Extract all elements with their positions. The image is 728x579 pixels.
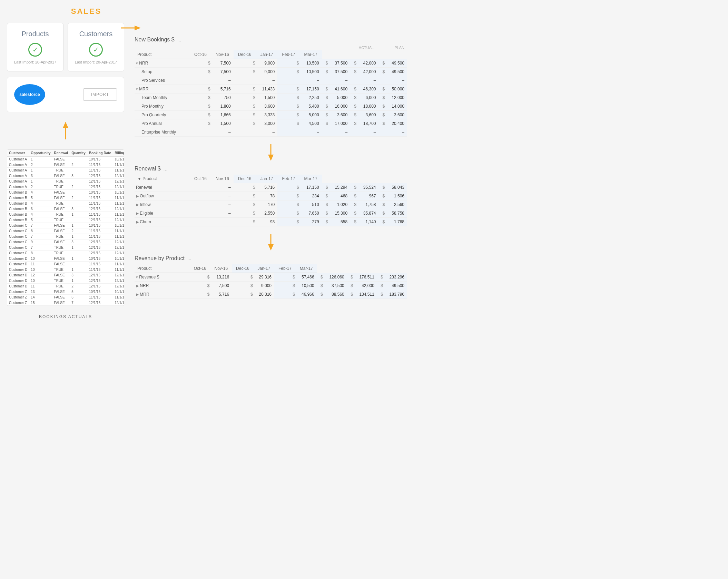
csv-row: Customer C7TRUE111/1/1611/1/1611/1/16 bbox=[7, 234, 124, 239]
data-value: – bbox=[357, 128, 379, 137]
csv-row: Customer D10FALSE110/1/1610/1/1610/1/16 bbox=[7, 256, 124, 262]
dollar-sign: $ bbox=[234, 183, 256, 192]
csv-cell: Customer B bbox=[7, 195, 29, 201]
dollar-sign: $ bbox=[378, 68, 385, 76]
csv-row: Customer A1FALSE10/1/1610/1/1610/1/16 bbox=[7, 157, 124, 162]
csv-cell: FALSE bbox=[52, 190, 70, 195]
row-label: ▶ MRR bbox=[135, 290, 190, 299]
csv-col-renewal: Renewal bbox=[52, 150, 70, 157]
csv-cell: 11/1/16 bbox=[87, 168, 113, 173]
data-value: 5,716 bbox=[210, 290, 232, 299]
data-value: 35,524 bbox=[357, 183, 379, 192]
import-button[interactable]: IMPORT bbox=[83, 88, 117, 101]
csv-cell: 12/1/16 bbox=[113, 184, 124, 190]
csv-cell: 2 bbox=[70, 228, 87, 234]
expand-icon[interactable]: ▾ bbox=[136, 87, 138, 91]
data-value: 17,150 bbox=[299, 85, 322, 94]
csv-cell: Customer D bbox=[7, 267, 29, 273]
dollar-sign: $ bbox=[378, 209, 385, 218]
dollar-sign: $ bbox=[350, 200, 357, 209]
csv-cell: Customer D bbox=[7, 273, 29, 278]
down-arrow-1-icon bbox=[266, 144, 276, 161]
new-bookings-header: New Bookings $ ... bbox=[135, 37, 407, 43]
expand-icon[interactable]: ▶ bbox=[136, 292, 139, 296]
dollar-sign: $ bbox=[378, 85, 385, 94]
csv-cell: Customer C bbox=[7, 228, 29, 234]
data-value: 7,500 bbox=[211, 68, 234, 76]
dollar-sign: $ bbox=[322, 192, 329, 200]
table-row: ▶ Churn–$93$279$558$1,140$1,768 bbox=[135, 218, 407, 226]
data-value: 2,550 bbox=[256, 209, 278, 218]
expand-icon[interactable]: ▶ bbox=[136, 220, 139, 224]
right-arrow-icon bbox=[121, 23, 141, 33]
dollar-sign: $ bbox=[322, 68, 329, 76]
data-value: 1,758 bbox=[357, 200, 379, 209]
csv-cell: 11/1/16 bbox=[87, 228, 113, 234]
dollar-sign bbox=[350, 76, 357, 85]
revenue-col-jan17: Jan-17 bbox=[254, 264, 274, 273]
dollar-sign: $ bbox=[350, 68, 357, 76]
csv-cell: 1 bbox=[70, 234, 87, 239]
table-row: Pro Services–––––– bbox=[135, 76, 407, 85]
plan-label: PLAN bbox=[394, 46, 404, 50]
dollar-sign: $ bbox=[317, 282, 324, 290]
data-value: 16,000 bbox=[328, 102, 350, 111]
data-value: 41,600 bbox=[328, 85, 350, 94]
dollar-sign: $ bbox=[322, 209, 329, 218]
data-value: – bbox=[211, 200, 234, 209]
customers-check-icon: ✓ bbox=[89, 43, 103, 57]
csv-header-row: CustomerOpportunityRenewalQuantityBookin… bbox=[7, 150, 124, 157]
dollar-sign: $ bbox=[190, 102, 211, 111]
data-value: – bbox=[357, 76, 379, 85]
dollar-sign bbox=[378, 128, 385, 137]
csv-cell: 11/1/16 bbox=[113, 262, 124, 267]
csv-cell: Customer A bbox=[7, 168, 29, 173]
csv-cell: 7 bbox=[29, 234, 52, 239]
data-value: 1,500 bbox=[256, 94, 278, 102]
row-label: ▶ Eligible bbox=[135, 209, 190, 218]
csv-cell: 12/1/16 bbox=[113, 173, 124, 179]
bookings-label: BOOKINGS ACTUALS bbox=[7, 314, 124, 319]
expand-icon[interactable]: ▾ bbox=[136, 61, 138, 65]
csv-cell bbox=[70, 168, 87, 173]
expand-icon[interactable]: ▾ bbox=[136, 275, 138, 279]
data-value: 49,500 bbox=[385, 59, 407, 68]
table-row: Team Monthly$750$1,500$2,250$5,000$6,000… bbox=[135, 94, 407, 102]
new-bookings-col-headers: Product Oct-16 Nov-16 Dec-16 Jan-17 Feb-… bbox=[135, 50, 407, 59]
csv-row: Customer B5FALSE211/1/1611/1/1611/1/16 bbox=[7, 195, 124, 201]
csv-cell: FALSE bbox=[52, 262, 70, 267]
csv-cell: TRUE bbox=[52, 267, 70, 273]
csv-row: Customer A3FALSE312/1/1612/1/1612/1/16 bbox=[7, 173, 124, 179]
dollar-sign: $ bbox=[234, 102, 256, 111]
csv-cell: 11/1/16 bbox=[87, 195, 113, 201]
csv-cell: TRUE bbox=[52, 284, 70, 289]
csv-row: Customer C8FALSE211/1/1611/1/1611/1/16 bbox=[7, 228, 124, 234]
expand-icon[interactable]: ▶ bbox=[136, 203, 139, 207]
data-value: 10,500 bbox=[299, 68, 322, 76]
dollar-sign: $ bbox=[347, 282, 354, 290]
csv-cell: 11/1/16 bbox=[113, 162, 124, 168]
csv-row: Customer A2FALSE211/1/1611/1/1611/1/16 bbox=[7, 162, 124, 168]
csv-cell: Customer A bbox=[7, 179, 29, 184]
csv-row: Customer B4TRUE11/1/1611/1/1611/1/16 bbox=[7, 201, 124, 206]
data-value: 279 bbox=[299, 218, 322, 226]
expand-icon[interactable]: ▶ bbox=[136, 284, 139, 288]
csv-cell: Customer B bbox=[7, 201, 29, 206]
csv-cell: FALSE bbox=[52, 295, 70, 300]
dollar-sign: $ bbox=[322, 94, 329, 102]
dollar-sign: $ bbox=[234, 59, 256, 68]
csv-cell: 3 bbox=[70, 206, 87, 212]
expand-icon[interactable]: ▶ bbox=[136, 211, 139, 215]
data-value: 1,800 bbox=[211, 102, 234, 111]
col-dec16: Dec-16 bbox=[234, 50, 256, 59]
dollar-sign: $ bbox=[322, 59, 329, 68]
csv-cell: 12/1/16 bbox=[113, 217, 124, 223]
data-value: – bbox=[211, 128, 234, 137]
expand-icon[interactable]: ▶ bbox=[136, 194, 139, 198]
dollar-sign: $ bbox=[277, 200, 299, 209]
csv-cell: 12/1/16 bbox=[87, 284, 113, 289]
data-value: 9,000 bbox=[254, 282, 274, 290]
new-bookings-table: Product Oct-16 Nov-16 Dec-16 Jan-17 Feb-… bbox=[135, 50, 407, 137]
dollar-sign: $ bbox=[190, 290, 210, 299]
csv-cell: 2 bbox=[70, 184, 87, 190]
